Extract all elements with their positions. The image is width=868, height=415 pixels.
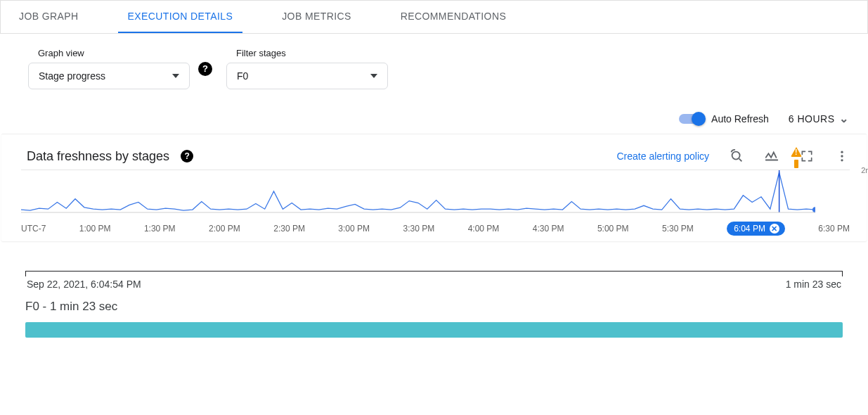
x-tick: 5:00 PM [597,224,629,234]
x-tick: 6:30 PM [818,224,850,234]
chevron-down-icon: ⌄ [839,112,849,125]
card-title: Data freshness by stages [27,149,169,164]
x-tick: UTC-7 [21,224,46,234]
chevron-down-icon [370,74,377,78]
auto-refresh-label: Auto Refresh [711,113,769,124]
svg-point-5 [812,207,815,212]
stage-progress-bar [25,322,843,338]
filter-stages-value: F0 [237,70,248,82]
close-icon[interactable]: ✕ [770,224,779,234]
x-tick: 3:00 PM [338,224,370,234]
svg-point-3 [841,159,843,161]
tab-recommendations[interactable]: RECOMMENDATIONS [391,1,516,33]
help-icon[interactable]: ? [181,150,193,162]
x-tick: 4:30 PM [533,224,564,234]
right-controls: Auto Refresh 6 HOURS ⌄ [0,89,868,134]
svg-point-1 [841,151,843,153]
y-tick: 2min [861,166,868,174]
stage-title: F0 - 1 min 23 sec [25,300,843,314]
tab-job-metrics[interactable]: JOB METRICS [272,1,361,33]
tab-job-graph[interactable]: JOB GRAPH [9,1,89,33]
chart[interactable]: 2min 0 UTC-71:00 PM1:30 PM2:00 PM2:30 PM… [1,170,867,240]
svg-point-0 [732,152,740,160]
filter-stages-label: Filter stages [226,48,388,58]
controls-row: Graph view Stage progress ? Filter stage… [0,34,868,89]
auto-refresh-toggle[interactable]: Auto Refresh [679,113,769,124]
detail-section: Sep 22, 2021, 6:04:54 PM 1 min 23 sec F0… [0,241,868,338]
graph-view-label: Graph view [28,48,190,58]
detail-duration: 1 min 23 sec [786,279,841,290]
legend-icon[interactable] [764,148,779,164]
help-icon[interactable]: ? [198,62,212,76]
create-alerting-policy-link[interactable]: Create alerting policy [616,151,709,162]
x-tick: 1:30 PM [144,224,176,234]
x-tick: 5:30 PM [662,224,694,234]
more-icon[interactable] [834,148,850,164]
graph-view-value: Stage progress [39,70,105,82]
x-axis: UTC-71:00 PM1:30 PM2:00 PM2:30 PM3:00 PM… [21,222,850,240]
filter-stages-select[interactable]: F0 [226,63,388,89]
time-range-value: 6 HOURS [789,113,835,124]
tab-bar: JOB GRAPH EXECUTION DETAILS JOB METRICS … [0,0,868,34]
toggle-switch-icon [679,114,703,124]
detail-timestamp: Sep 22, 2021, 6:04:54 PM [27,279,141,290]
svg-point-2 [841,155,843,157]
graph-view-select[interactable]: Stage progress [28,63,190,89]
x-tick: 1:00 PM [79,224,111,234]
x-tick: 3:30 PM [403,224,434,234]
x-tick: 2:00 PM [209,224,240,234]
time-range-select[interactable]: 6 HOURS ⌄ [789,112,848,125]
zoom-reset-icon[interactable] [729,148,744,164]
tab-execution-details[interactable]: EXECUTION DETAILS [118,1,243,33]
warning-icon[interactable] [791,147,802,168]
x-tick: 2:30 PM [273,224,305,234]
chart-card: Data freshness by stages ? Create alerti… [1,134,867,241]
x-tick: 4:00 PM [468,224,500,234]
time-marker-pill[interactable]: 6:04 PM✕ [727,222,785,236]
chevron-down-icon [172,74,179,78]
